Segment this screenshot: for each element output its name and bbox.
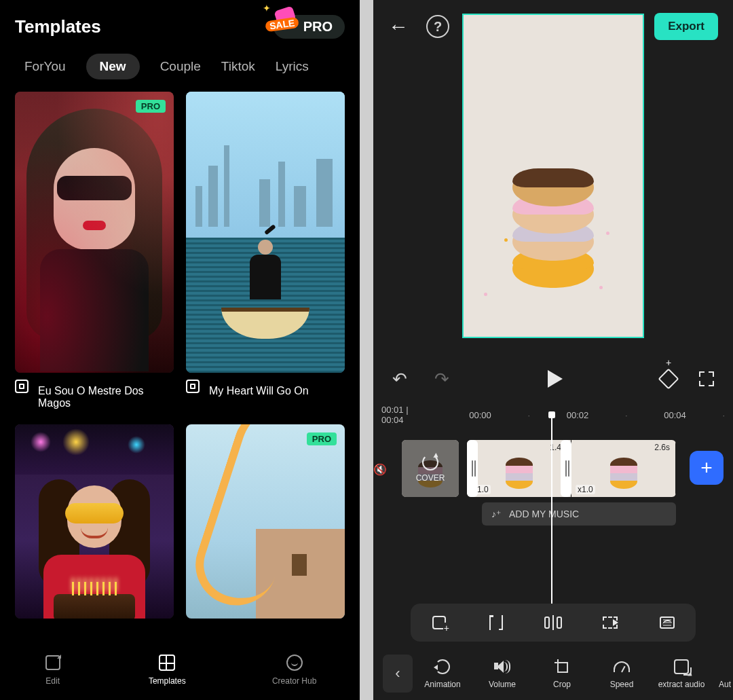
music-note-icon: ♪⁺ <box>491 509 501 519</box>
nav-label: Creator Hub <box>272 676 316 686</box>
ruler-label: 00:02 <box>530 410 625 420</box>
tool-label: Crop <box>553 680 571 689</box>
split-button[interactable] <box>544 614 562 631</box>
preview-area <box>373 53 733 352</box>
tool-volume[interactable]: Volume <box>472 658 532 689</box>
export-button[interactable]: Export <box>654 13 718 40</box>
time-position: 00:01 | 00:04 <box>381 405 433 425</box>
mute-icon[interactable]: 🔇 <box>373 463 387 476</box>
template-card[interactable]: PRO <box>186 424 345 621</box>
help-button[interactable]: ? <box>426 15 449 38</box>
pro-label: PRO <box>303 19 333 35</box>
trim-button[interactable] <box>487 614 505 631</box>
template-thumbnail <box>15 424 174 619</box>
transport-bar: ↶ ↷ <box>373 358 733 399</box>
adjust-button[interactable] <box>658 614 676 631</box>
cover-label: COVER <box>416 473 445 483</box>
tab-foryou[interactable]: ForYou <box>24 59 66 74</box>
tool-label: Aut <box>719 680 731 689</box>
pane-divider <box>360 0 373 700</box>
pro-chip: PRO <box>136 100 166 113</box>
crop-icon <box>555 659 569 674</box>
tool-crop[interactable]: Crop <box>532 658 592 689</box>
page-title: Templates <box>15 16 101 37</box>
cover-clip[interactable]: COVER <box>402 440 459 497</box>
nav-templates[interactable]: Templates <box>149 653 186 686</box>
clip-strip: 1.4s x1.0 2.6s x1.0 <box>467 440 676 497</box>
add-music-button[interactable]: ♪⁺ ADD MY MUSIC <box>482 502 676 526</box>
tool-speed[interactable]: Speed <box>592 658 652 689</box>
fullscreen-button[interactable] <box>699 371 714 386</box>
creator-hub-icon <box>286 655 303 671</box>
template-card[interactable] <box>15 424 174 621</box>
template-card[interactable]: My Heart Will Go On <box>186 92 345 412</box>
template-thumbnail <box>15 92 174 373</box>
redo-button[interactable]: ↷ <box>434 369 449 390</box>
clip[interactable]: 1.4s x1.0 <box>467 440 571 497</box>
bottom-nav: Edit Templates Creator Hub <box>0 639 360 700</box>
edit-icon <box>45 655 60 670</box>
ruler-label: 00:00 <box>433 410 528 420</box>
duplicate-button[interactable] <box>430 614 448 631</box>
template-grid: PRO Eu Sou O Mestre Dos Magos <box>0 92 360 621</box>
tab-tiktok[interactable]: Tiktok <box>221 59 255 74</box>
editor-pane: ← ? Export ↶ ↷ <box>373 0 733 700</box>
ruler-label: 00:04 <box>628 410 723 420</box>
left-header: Templates ✦ SALE PRO <box>0 0 360 45</box>
sale-badge-icon: ✦ SALE <box>261 3 302 38</box>
tool-label: extract audio <box>658 680 705 689</box>
clip-duration: 2.6s <box>654 443 670 452</box>
tab-couple[interactable]: Couple <box>160 59 201 74</box>
pro-sale-button[interactable]: ✦ SALE PRO <box>274 15 345 39</box>
animation-icon <box>435 659 450 674</box>
back-button[interactable]: ← <box>388 15 409 38</box>
template-title: Eu Sou O Mestre Dos Magos <box>35 378 174 409</box>
nav-edit[interactable]: Edit <box>43 653 62 686</box>
clip-handle-left[interactable] <box>467 440 478 497</box>
add-music-label: ADD MY MUSIC <box>509 509 579 519</box>
template-card[interactable]: PRO Eu Sou O Mestre Dos Magos <box>15 92 174 412</box>
extract-audio-icon <box>674 659 689 674</box>
clip-rate: x1.0 <box>576 485 595 494</box>
transition-button[interactable] <box>601 614 619 631</box>
tool-auto[interactable]: Aut <box>711 658 733 689</box>
reel-icon <box>15 380 29 393</box>
template-thumbnail <box>186 92 345 373</box>
nav-creator-hub[interactable]: Creator Hub <box>272 653 316 686</box>
template-title: My Heart Will Go On <box>206 378 312 397</box>
playhead[interactable] <box>551 414 552 611</box>
category-tabs: ForYou New Couple Tiktok Lyrics <box>0 45 360 92</box>
tool-bar: ‹ Animation Volume Crop Speed <box>373 647 733 700</box>
nav-label: Templates <box>149 676 186 686</box>
speed-icon <box>614 661 630 672</box>
tool-label: Animation <box>424 680 460 689</box>
tool-animation[interactable]: Animation <box>413 658 472 689</box>
timeline[interactable]: 🔇 COVER 1.4s x1.0 2.6s x1.0 + ♪⁺ <box>373 426 733 542</box>
video-preview[interactable] <box>462 14 644 338</box>
undo-button[interactable]: ↶ <box>392 369 407 390</box>
template-thumbnail <box>186 424 345 619</box>
clip[interactable]: 2.6s x1.0 <box>571 440 676 497</box>
toolbar-back-button[interactable]: ‹ <box>383 655 413 693</box>
pro-chip: PRO <box>307 432 337 445</box>
refresh-icon <box>422 454 438 471</box>
keyframe-button[interactable] <box>658 368 679 389</box>
reel-icon <box>186 380 200 393</box>
play-button[interactable] <box>548 370 563 388</box>
templates-icon <box>159 655 175 671</box>
templates-pane: Templates ✦ SALE PRO ForYou New Couple T… <box>0 0 360 700</box>
clip-handle-right[interactable] <box>561 440 571 497</box>
tool-label: Speed <box>610 680 634 689</box>
tool-extract-audio[interactable]: extract audio <box>652 658 711 689</box>
add-clip-button[interactable]: + <box>690 451 723 485</box>
quick-tools <box>411 604 696 642</box>
nav-label: Edit <box>45 676 60 686</box>
tab-lyrics[interactable]: Lyrics <box>276 59 309 74</box>
tool-label: Volume <box>489 680 516 689</box>
volume-icon <box>494 659 510 674</box>
tab-new[interactable]: New <box>86 54 140 79</box>
